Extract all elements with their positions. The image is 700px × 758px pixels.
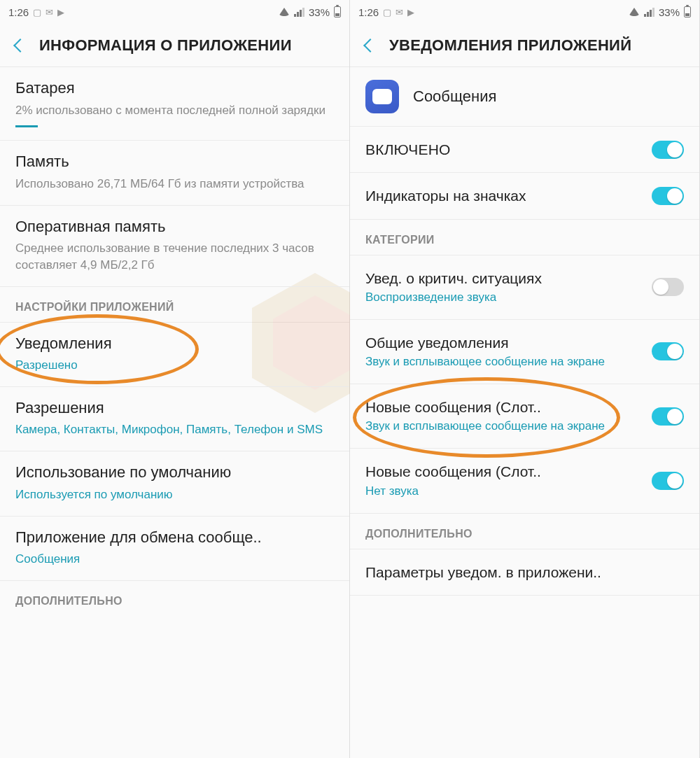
battery-icon bbox=[684, 6, 691, 17]
toggle-sub: Воспроизведение звука bbox=[365, 290, 642, 306]
content: Батарея 2% использовано с момента послед… bbox=[0, 67, 349, 758]
item-battery[interactable]: Батарея 2% использовано с момента послед… bbox=[0, 67, 349, 141]
page-title: УВЕДОМЛЕНИЯ ПРИЛОЖЕНИЙ bbox=[389, 36, 631, 55]
switch-new-msg-slot1[interactable] bbox=[652, 407, 684, 426]
back-icon[interactable] bbox=[13, 38, 27, 52]
status-bar: 1:26 ▢ ✉ ▶ 33% bbox=[0, 0, 349, 24]
signal-icon bbox=[294, 7, 304, 17]
wifi-icon bbox=[279, 8, 290, 16]
item-title: Память bbox=[15, 152, 334, 171]
signal-icon bbox=[644, 7, 654, 17]
content: Сообщения ВКЛЮЧЕНО Индикаторы на значках… bbox=[350, 67, 699, 758]
item-sub: Среднее использование в течение последни… bbox=[15, 240, 334, 274]
screen-app-info: 1:26 ▢ ✉ ▶ 33% ИНФОРМАЦИЯ О ПРИЛОЖЕНИИ Б… bbox=[0, 0, 350, 758]
battery-pct: 33% bbox=[659, 6, 680, 18]
item-sub: Используется по умолчанию bbox=[15, 486, 334, 503]
battery-pct: 33% bbox=[309, 6, 330, 18]
toggle-label: Новые сообщения (Слот.. bbox=[365, 398, 642, 416]
screen-app-notifications: 1:26 ▢ ✉ ▶ 33% УВЕДОМЛЕНИЯ ПРИЛОЖЕНИЙ Со… bbox=[350, 0, 700, 758]
toggle-badges[interactable]: Индикаторы на значках bbox=[350, 173, 699, 219]
item-title: Приложение для обмена сообще.. bbox=[15, 528, 334, 547]
item-default-usage[interactable]: Использование по умолчанию Используется … bbox=[0, 451, 349, 516]
item-title: Использование по умолчанию bbox=[15, 463, 334, 482]
picture-icon: ▢ bbox=[383, 7, 391, 17]
page-title: ИНФОРМАЦИЯ О ПРИЛОЖЕНИИ bbox=[39, 36, 292, 55]
item-title: Параметры уведом. в приложени.. bbox=[365, 563, 601, 582]
item-messaging-app[interactable]: Приложение для обмена сообще.. Сообщения bbox=[0, 517, 349, 581]
item-title: Уведомления bbox=[15, 334, 334, 353]
switch-critical[interactable] bbox=[652, 278, 684, 296]
item-sub: Использовано 26,71 МБ/64 Гб из памяти ус… bbox=[15, 176, 334, 192]
mail-icon: ✉ bbox=[46, 7, 53, 17]
item-ram[interactable]: Оперативная память Среднее использование… bbox=[0, 206, 349, 287]
section-additional: ДОПОЛНИТЕЛЬНО bbox=[350, 514, 699, 549]
picture-icon: ▢ bbox=[33, 7, 41, 17]
messages-app-icon bbox=[365, 80, 399, 113]
app-row[interactable]: Сообщения bbox=[350, 67, 699, 127]
item-title: Разрешения bbox=[15, 398, 334, 418]
toggle-sub: Нет звука bbox=[365, 484, 642, 500]
battery-icon bbox=[334, 6, 341, 17]
item-sub: Камера, Контакты, Микрофон, Память, Теле… bbox=[15, 421, 334, 438]
category-general[interactable]: Общие уведомления Звук и всплывающее соо… bbox=[350, 320, 699, 384]
section-app-settings: НАСТРОЙКИ ПРИЛОЖЕНИЙ bbox=[0, 287, 349, 323]
battery-progress-indicator bbox=[15, 125, 38, 127]
header: УВЕДОМЛЕНИЯ ПРИЛОЖЕНИЙ bbox=[350, 24, 699, 67]
category-new-msg-slot1[interactable]: Новые сообщения (Слот.. Звук и всплывающ… bbox=[350, 384, 699, 449]
status-bar: 1:26 ▢ ✉ ▶ 33% bbox=[350, 0, 699, 24]
toggle-label: Индикаторы на значках bbox=[365, 186, 642, 205]
wifi-icon bbox=[629, 8, 640, 16]
category-critical[interactable]: Увед. о критич. ситуациях Воспроизведени… bbox=[350, 255, 699, 320]
item-sub: 2% использовано с момента последней полн… bbox=[15, 102, 334, 119]
item-title: Батарея bbox=[15, 78, 334, 98]
back-icon[interactable] bbox=[363, 38, 377, 52]
toggle-label: Новые сообщения (Слот.. bbox=[365, 462, 642, 481]
mail-icon: ✉ bbox=[396, 7, 403, 17]
app-name: Сообщения bbox=[413, 87, 496, 106]
item-notification-params[interactable]: Параметры уведом. в приложени.. bbox=[350, 549, 699, 596]
item-sub: Сообщения bbox=[15, 551, 334, 568]
item-title: Оперативная память bbox=[15, 217, 334, 237]
status-time: 1:26 bbox=[8, 6, 29, 18]
toggle-label: Общие уведомления bbox=[365, 333, 642, 352]
video-icon: ▶ bbox=[407, 7, 414, 17]
switch-general[interactable] bbox=[652, 342, 684, 360]
switch-enabled[interactable] bbox=[652, 141, 684, 159]
item-sub: Разрешено bbox=[15, 357, 334, 374]
toggle-label: ВКЛЮЧЕНО bbox=[365, 140, 642, 159]
status-time: 1:26 bbox=[358, 6, 379, 18]
toggle-sub: Звук и всплывающее сообщение на экране bbox=[365, 419, 642, 435]
item-memory[interactable]: Память Использовано 26,71 МБ/64 Гб из па… bbox=[0, 141, 349, 205]
toggle-label: Увед. о критич. ситуациях bbox=[365, 269, 642, 288]
video-icon: ▶ bbox=[57, 7, 64, 17]
item-permissions[interactable]: Разрешения Камера, Контакты, Микрофон, П… bbox=[0, 387, 349, 451]
section-categories: КАТЕГОРИИ bbox=[350, 220, 699, 255]
toggle-sub: Звук и всплывающее сообщение на экране bbox=[365, 354, 642, 370]
header: ИНФОРМАЦИЯ О ПРИЛОЖЕНИИ bbox=[0, 24, 349, 67]
switch-badges[interactable] bbox=[652, 187, 684, 205]
toggle-enabled[interactable]: ВКЛЮЧЕНО bbox=[350, 127, 699, 173]
switch-new-msg-slot2[interactable] bbox=[652, 472, 684, 490]
item-notifications[interactable]: Уведомления Разрешено bbox=[0, 323, 349, 387]
category-new-msg-slot2[interactable]: Новые сообщения (Слот.. Нет звука bbox=[350, 449, 699, 513]
section-additional: ДОПОЛНИТЕЛЬНО bbox=[0, 581, 349, 616]
